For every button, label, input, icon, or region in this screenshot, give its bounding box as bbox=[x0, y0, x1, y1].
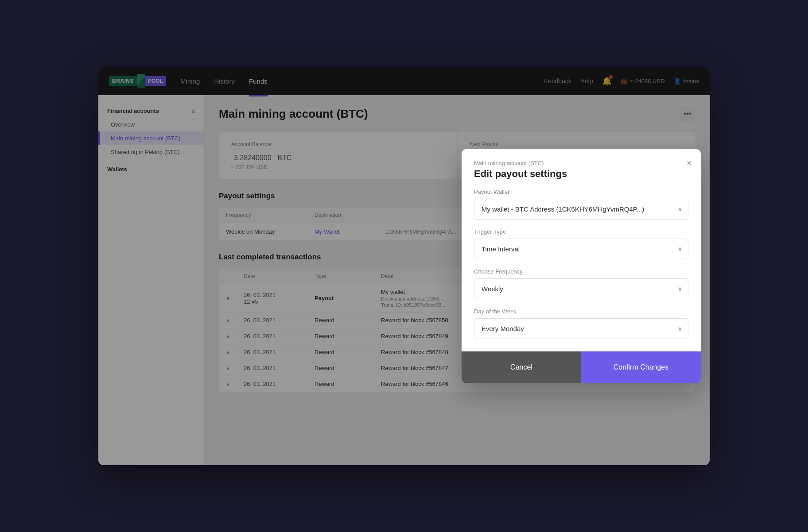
payout-wallet-select-wrapper: My wallet - BTC Address (1CK6KHY6MHgYvmR… bbox=[474, 199, 688, 220]
frequency-select-wrapper: Daily Weekly Monthly ∨ bbox=[474, 278, 688, 299]
modal-title: Edit payout settings bbox=[474, 168, 688, 180]
payout-wallet-select[interactable]: My wallet - BTC Address (1CK6KHY6MHgYvmR… bbox=[474, 199, 688, 220]
day-of-week-label: Day of the Week bbox=[474, 308, 688, 315]
modal-subtitle: Main mining account (BTC) bbox=[474, 160, 688, 166]
day-of-week-group: Day of the Week Every Monday Every Tuesd… bbox=[474, 308, 688, 339]
day-of-week-select-wrapper: Every Monday Every Tuesday Every Wednesd… bbox=[474, 318, 688, 339]
modal-body: Payout Wallet My wallet - BTC Address (1… bbox=[462, 189, 701, 351]
edit-payout-modal: Main mining account (BTC) Edit payout se… bbox=[462, 149, 701, 383]
day-of-week-select[interactable]: Every Monday Every Tuesday Every Wednesd… bbox=[474, 318, 688, 339]
frequency-group: Choose Frequency Daily Weekly Monthly ∨ bbox=[474, 268, 688, 299]
modal-header: Main mining account (BTC) Edit payout se… bbox=[462, 149, 701, 189]
confirm-changes-button[interactable]: Confirm Changes bbox=[581, 351, 701, 383]
payout-wallet-label: Payout Wallet bbox=[474, 189, 688, 195]
modal-overlay[interactable]: Main mining account (BTC) Edit payout se… bbox=[98, 67, 710, 465]
trigger-type-select-wrapper: Time Interval Threshold ∨ bbox=[474, 239, 688, 259]
payout-wallet-group: Payout Wallet My wallet - BTC Address (1… bbox=[474, 189, 688, 220]
modal-close-button[interactable]: × bbox=[687, 158, 692, 168]
trigger-type-select[interactable]: Time Interval Threshold bbox=[474, 239, 688, 259]
cancel-button[interactable]: Cancel bbox=[462, 351, 581, 383]
trigger-type-group: Trigger Type Time Interval Threshold ∨ bbox=[474, 228, 688, 259]
modal-footer: Cancel Confirm Changes bbox=[462, 351, 701, 383]
frequency-label: Choose Frequency bbox=[474, 268, 688, 275]
trigger-type-label: Trigger Type bbox=[474, 228, 688, 235]
frequency-select[interactable]: Daily Weekly Monthly bbox=[474, 278, 688, 299]
